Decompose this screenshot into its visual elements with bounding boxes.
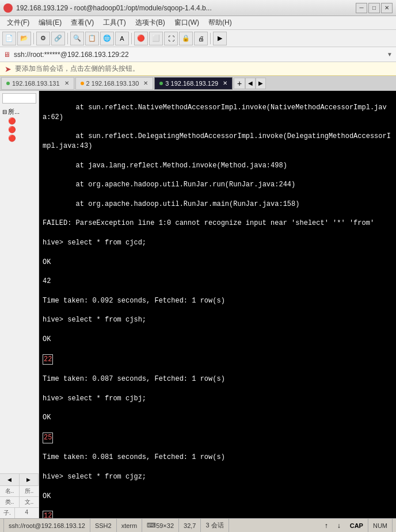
tree-item-1[interactable]: 🔴 <box>1 117 37 125</box>
status-host: ssh://root@192.168.193.12 <box>3 519 90 532</box>
sidebar-tree: ⊟ 所... 🔴 🔴 🔴 <box>0 106 39 473</box>
sidebar-search-area <box>0 91 39 106</box>
minimize-button[interactable]: ─ <box>356 3 367 13</box>
sidebar-subtabs: 类.. 文.. <box>0 496 39 507</box>
terminal-line-7: OK <box>43 258 393 267</box>
tab-bar: 192.168.193.131 ✕ 2 192.168.193.130 ✕ 3 … <box>0 76 396 91</box>
terminal-line-14: hive> select * from cjbj; <box>43 394 393 404</box>
toolbar-sep-4 <box>210 33 211 44</box>
sidebar-tab-all[interactable]: 所.. <box>20 486 39 496</box>
sidebar: ⊟ 所... 🔴 🔴 🔴 ◀ ▶ 名.. 所.. 类.. 文.. 子 <box>0 91 39 518</box>
status-position: 32,7 <box>179 519 201 532</box>
terminal-line-5: FAILED: ParseException line 1:0 cannot r… <box>43 219 393 228</box>
tab-1[interactable]: 192.168.193.131 ✕ <box>1 77 74 90</box>
tab-1-label: 192.168.193.131 <box>12 80 60 87</box>
toolbar-btn-10[interactable]: ⬜ <box>149 32 163 45</box>
status-cap: CAP <box>345 519 368 532</box>
tab-1-close[interactable]: ✕ <box>64 80 69 86</box>
sidebar-nav-next[interactable]: ▶ <box>20 474 39 485</box>
address-dropdown-arrow[interactable]: ▼ <box>387 51 393 58</box>
tab-3-dot <box>159 82 163 85</box>
menu-window[interactable]: 窗口(W) <box>170 17 204 29</box>
sidebar-nav: ◀ ▶ <box>0 473 39 485</box>
new-tab-button[interactable]: + <box>234 78 245 89</box>
menu-tabs[interactable]: 选项卡(B) <box>131 17 170 29</box>
toolbar-btn-11[interactable]: ⛶ <box>164 32 178 45</box>
toolbar-btn-13[interactable]: 🖨 <box>194 32 208 45</box>
terminal-line-6: hive> select * from cjcd; <box>43 238 393 248</box>
status-up-button[interactable]: ↑ <box>320 519 333 532</box>
tab-3[interactable]: 3 192.168.193.129 ✕ <box>154 77 233 90</box>
main-area: ⊟ 所... 🔴 🔴 🔴 ◀ ▶ 名.. 所.. 类.. 文.. 子 <box>0 91 396 518</box>
toolbar-btn-14[interactable]: ▶ <box>213 32 227 45</box>
terminal-line-12: 22 <box>43 354 393 365</box>
toolbar-btn-12[interactable]: 🔒 <box>179 32 193 45</box>
terminal-line-16: 25 <box>43 433 393 443</box>
toolbar-btn-6[interactable]: 📋 <box>85 32 99 45</box>
sidebar-num-label: 子. <box>0 508 15 518</box>
toolbar-sep-1 <box>33 33 34 44</box>
toolbar-btn-9[interactable]: 🔴 <box>134 32 148 45</box>
address-bar: 🖥 ssh://root:******@192.168.193.129:22 ▼ <box>0 47 396 62</box>
terminal[interactable]: at sun.reflect.NativeMethodAccessorImpl.… <box>39 91 396 518</box>
menu-view[interactable]: 查看(V) <box>66 17 98 29</box>
highlight-25: 25 <box>43 433 53 443</box>
sidebar-tab-class[interactable]: 类.. <box>0 497 20 507</box>
menu-help[interactable]: 帮助(H) <box>204 17 237 29</box>
sidebar-tab-file[interactable]: 文.. <box>20 497 39 507</box>
tree-root-label: 所... <box>8 108 20 116</box>
sidebar-tab-name[interactable]: 名.. <box>0 486 20 496</box>
tab-prev-button[interactable]: ◀ <box>245 78 256 89</box>
info-arrow-icon: ➤ <box>5 64 12 74</box>
status-terminal-type: xterm <box>117 519 143 532</box>
terminal-line-1: at sun.reflect.DelegatingMethodAccessorI… <box>43 132 393 151</box>
window-controls: ─ □ ✕ <box>356 3 393 13</box>
status-down-button[interactable]: ↓ <box>333 519 345 532</box>
menu-tools[interactable]: 工具(T) <box>98 17 130 29</box>
tab-next-button[interactable]: ▶ <box>256 78 266 89</box>
terminal-line-3: at org.apache.hadoop.util.RunJar.run(Run… <box>43 180 393 190</box>
status-sessions: 3 会话 <box>201 519 229 532</box>
terminal-line-18: hive> select * from cjgz; <box>43 472 393 482</box>
highlight-12: 12 <box>43 511 53 518</box>
terminal-line-20: 12 <box>43 511 393 518</box>
tree-root[interactable]: ⊟ 所... <box>1 107 37 117</box>
tab-2-label: 2 192.168.193.130 <box>86 80 139 87</box>
status-num: NUM <box>368 519 393 532</box>
tab-1-dot <box>6 82 10 85</box>
menu-file[interactable]: 文件(F) <box>2 17 34 29</box>
sidebar-nav-prev[interactable]: ◀ <box>0 474 20 485</box>
tab-2[interactable]: 2 192.168.193.130 ✕ <box>75 77 154 90</box>
toolbar-btn-2[interactable]: 📂 <box>17 32 31 45</box>
sidebar-num-value: 4 <box>15 508 39 518</box>
app-icon <box>3 3 13 13</box>
terminal-line-19: OK <box>43 492 393 502</box>
address-text: ssh://root:******@192.168.193.129:22 <box>14 51 129 59</box>
toolbar-btn-5[interactable]: 🔍 <box>70 32 84 45</box>
toolbar-btn-1[interactable]: 📄 <box>2 32 16 45</box>
tree-item-2[interactable]: 🔴 <box>1 125 37 134</box>
toolbar-btn-7[interactable]: 🌐 <box>100 32 114 45</box>
status-size: ⌨ 59×32 <box>142 519 179 532</box>
menu-edit[interactable]: 编辑(E) <box>34 17 66 29</box>
tab-2-close[interactable]: ✕ <box>143 80 148 86</box>
terminal-line-8: 42 <box>43 277 393 286</box>
terminal-line-11: OK <box>43 335 393 345</box>
terminal-line-15: OK <box>43 413 393 423</box>
terminal-line-9: Time taken: 0.092 seconds, Fetched: 1 ro… <box>43 296 393 306</box>
info-bar-text: 要添加当前会话，点击左侧的箭头按钮。 <box>15 64 139 74</box>
toolbar-btn-8[interactable]: A <box>115 32 129 45</box>
toolbar-sep-2 <box>67 33 68 44</box>
tab-3-close[interactable]: ✕ <box>223 80 227 86</box>
close-button[interactable]: ✕ <box>381 3 393 13</box>
tree-item-3[interactable]: 🔴 <box>1 134 37 143</box>
toolbar-btn-3[interactable]: ⚙ <box>36 32 50 45</box>
status-protocol: SSH2 <box>90 519 117 532</box>
toolbar-btn-4[interactable]: 🔗 <box>51 32 65 45</box>
address-icon: 🖥 <box>3 51 10 59</box>
menu-bar: 文件(F) 编辑(E) 查看(V) 工具(T) 选项卡(B) 窗口(W) 帮助(… <box>0 16 396 30</box>
sidebar-search-input[interactable] <box>2 93 36 104</box>
window-title: 192.168.193.129 - root@hadoop01:/opt/mod… <box>16 4 356 12</box>
maximize-button[interactable]: □ <box>368 3 380 13</box>
title-bar: 192.168.193.129 - root@hadoop01:/opt/mod… <box>0 0 396 16</box>
